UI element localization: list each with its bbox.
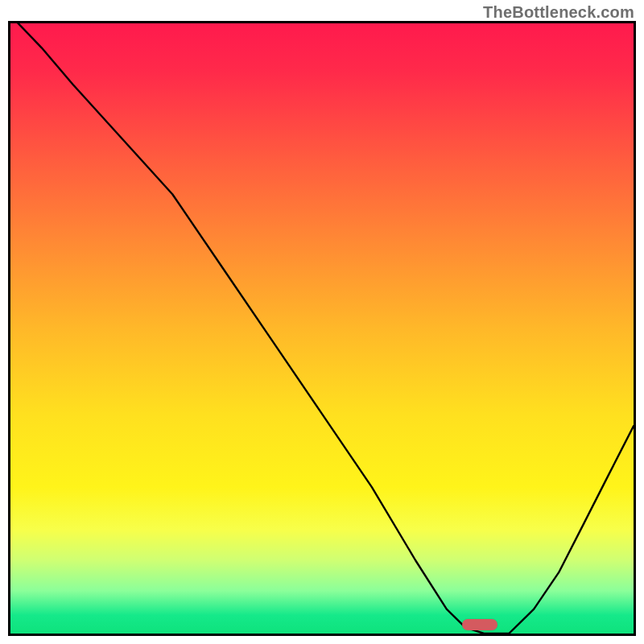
chart-background-gradient xyxy=(10,23,634,634)
optimal-marker xyxy=(462,619,497,630)
chart-frame xyxy=(8,21,636,636)
watermark-text: TheBottleneck.com xyxy=(483,3,634,22)
